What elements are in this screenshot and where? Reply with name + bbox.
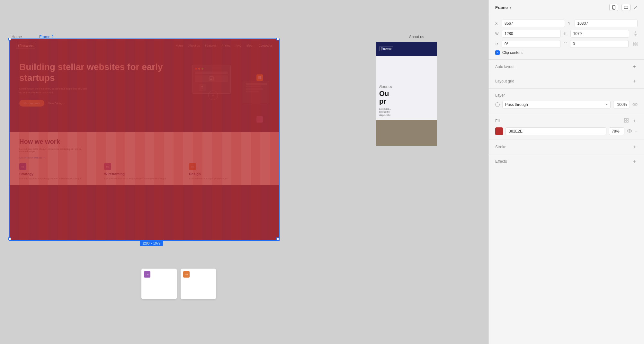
svg-rect-10 bbox=[624, 121, 626, 122]
rect-frame-icon[interactable] bbox=[622, 4, 631, 11]
h-group: H bbox=[564, 30, 630, 38]
fill-color-swatch[interactable] bbox=[495, 127, 503, 135]
radius-group: ⌒ bbox=[564, 40, 629, 48]
rp-nav: {finswee bbox=[376, 42, 437, 56]
radius-input[interactable] bbox=[570, 40, 629, 48]
extra-card1-num: 04 bbox=[144, 271, 150, 278]
svg-rect-6 bbox=[636, 44, 637, 46]
svg-point-12 bbox=[629, 130, 630, 132]
rp-logo: {finswee bbox=[379, 47, 393, 51]
rp-bottom-thumb bbox=[376, 120, 437, 146]
fill-row: − bbox=[495, 127, 638, 135]
home-label: Home bbox=[12, 35, 22, 39]
bottom-extra-cards: 04 04 bbox=[141, 269, 216, 299]
link-proportions-icon[interactable] bbox=[634, 30, 638, 38]
handle-top-right[interactable] bbox=[276, 38, 279, 40]
fill-opacity-input[interactable] bbox=[609, 127, 624, 135]
blend-mode-chevron-icon: ▾ bbox=[606, 103, 608, 106]
y-group: Y bbox=[568, 20, 638, 27]
red-overlay bbox=[10, 39, 279, 240]
radius-icon: ⌒ bbox=[564, 41, 568, 47]
rp-heading: Oupr bbox=[379, 90, 434, 105]
position-size-section: X Y W H bbox=[489, 15, 644, 60]
svg-rect-3 bbox=[633, 42, 635, 44]
w-group: W bbox=[495, 30, 561, 38]
layout-grid-title: Layout grid bbox=[495, 79, 514, 83]
blend-mode-value: Pass through bbox=[505, 102, 528, 107]
svg-rect-4 bbox=[636, 42, 637, 44]
x-label: X bbox=[495, 22, 500, 25]
blend-mode-dropdown[interactable]: Pass through ▾ bbox=[502, 101, 611, 108]
svg-rect-2 bbox=[624, 6, 628, 9]
layer-title: Layer bbox=[495, 93, 638, 98]
handle-bottom-right[interactable] bbox=[276, 237, 279, 240]
fill-hex-input[interactable] bbox=[505, 127, 606, 135]
panel-header: Frame ▾ ⤢ bbox=[489, 0, 644, 15]
rotation-input[interactable] bbox=[502, 40, 560, 48]
panel-title-text: Frame bbox=[495, 5, 508, 10]
stroke-add-btn[interactable]: + bbox=[631, 144, 638, 150]
w-input[interactable] bbox=[502, 30, 561, 38]
x-group: X bbox=[495, 20, 565, 27]
fill-section: Fill + bbox=[489, 113, 644, 140]
blend-mode-circle-icon bbox=[495, 102, 500, 107]
y-label: Y bbox=[568, 22, 573, 25]
collapse-icon[interactable]: ⤢ bbox=[634, 5, 638, 10]
clip-content-label: Clip content bbox=[502, 50, 523, 55]
handle-bottom-left[interactable] bbox=[8, 237, 11, 240]
clip-content-row: ✓ Clip content bbox=[495, 50, 638, 55]
svg-rect-11 bbox=[627, 121, 628, 122]
auto-layout-add-btn[interactable]: + bbox=[631, 64, 638, 70]
handle-top-left[interactable] bbox=[8, 38, 11, 40]
aboutus-label: About us bbox=[409, 35, 424, 39]
fill-visibility-icon[interactable] bbox=[627, 129, 632, 134]
panel-header-icons: ⤢ bbox=[609, 4, 638, 11]
rotation-icon: ↺ bbox=[495, 42, 500, 47]
layout-grid-add-btn[interactable]: + bbox=[631, 78, 638, 84]
panel-title-group: Frame ▾ bbox=[495, 5, 511, 10]
h-label: H bbox=[564, 32, 568, 36]
svg-point-1 bbox=[613, 8, 614, 9]
fill-remove-btn[interactable]: − bbox=[635, 129, 638, 134]
y-input[interactable] bbox=[575, 20, 638, 27]
rotation-radius-row: ↺ ⌒ bbox=[495, 40, 638, 48]
fill-add-btn[interactable]: + bbox=[631, 118, 638, 124]
rp-about-label: About us bbox=[379, 85, 434, 89]
h-input[interactable] bbox=[570, 30, 630, 38]
main-frame[interactable]: {finsweet Home About us Features Pricing… bbox=[10, 39, 279, 240]
canvas-area: Home Frame 2 About us {finsweet Home Abo… bbox=[0, 0, 488, 344]
svg-rect-9 bbox=[627, 118, 628, 120]
effects-add-btn[interactable]: + bbox=[631, 158, 638, 165]
layer-visibility-icon[interactable] bbox=[632, 102, 638, 107]
effects-title: Effects bbox=[495, 159, 507, 164]
xy-row: X Y bbox=[495, 20, 638, 27]
phone-frame-icon[interactable] bbox=[609, 4, 618, 11]
rp-body: About us Oupr Lorem ips...do eiusmoaliqu… bbox=[376, 56, 437, 120]
opacity-input[interactable]: 100% bbox=[613, 101, 630, 108]
extra-card-2: 04 bbox=[181, 269, 216, 299]
layer-row: Pass through ▾ 100% bbox=[495, 101, 638, 108]
effects-section: Effects + bbox=[489, 154, 644, 168]
size-label: 1280 × 1079 bbox=[140, 241, 163, 246]
rotation-group: ↺ bbox=[495, 40, 560, 48]
svg-point-7 bbox=[634, 104, 636, 105]
layer-section: Layer Pass through ▾ 100% bbox=[489, 89, 644, 113]
right-panel: Frame ▾ ⤢ X bbox=[488, 0, 644, 344]
extra-card2-num: 04 bbox=[183, 271, 190, 278]
wh-row: W H bbox=[495, 30, 638, 38]
auto-layout-title: Auto layout bbox=[495, 64, 514, 69]
extra-card-1: 04 bbox=[141, 269, 177, 299]
fill-header-icons: + bbox=[624, 118, 638, 124]
rp-body-text: Lorem ips...do eiusmoaliqua. Ut e bbox=[379, 108, 434, 117]
stroke-title: Stroke bbox=[495, 145, 506, 149]
clip-content-checkbox[interactable]: ✓ bbox=[495, 50, 500, 55]
x-input[interactable] bbox=[502, 20, 565, 27]
fill-grid-icon[interactable] bbox=[624, 118, 629, 124]
svg-rect-5 bbox=[633, 44, 635, 46]
fill-title: Fill bbox=[495, 119, 500, 123]
frame-label: Frame 2 bbox=[39, 35, 54, 39]
svg-rect-8 bbox=[624, 118, 626, 120]
resize-proportions-icon[interactable] bbox=[633, 40, 638, 48]
panel-title-chevron[interactable]: ▾ bbox=[510, 6, 511, 9]
layout-grid-section: Layout grid + bbox=[489, 74, 644, 89]
